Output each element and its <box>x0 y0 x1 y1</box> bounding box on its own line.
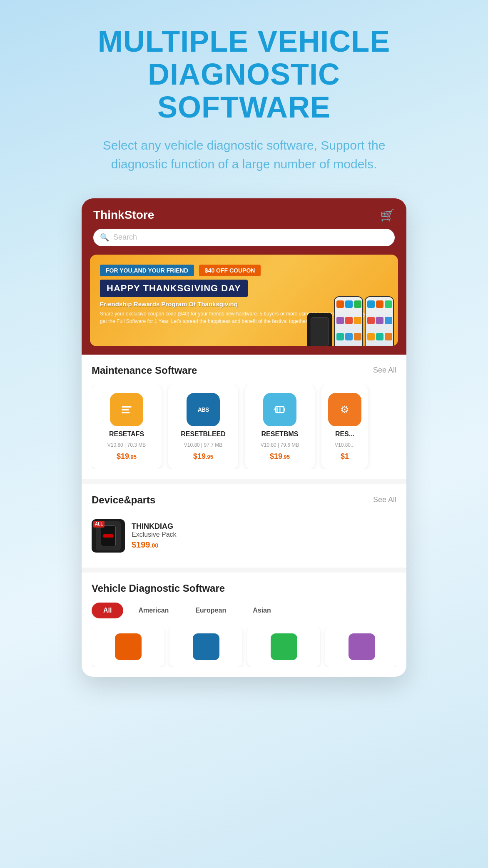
maintenance-title: Maintenance Software <box>92 365 197 376</box>
resetafs-price: $19.95 <box>117 452 137 461</box>
thinkdiag-info: THINKDIAG Exclusive Pack $199.00 <box>132 522 396 550</box>
resetbleed-icon: ABS <box>187 393 220 426</box>
banner-devices <box>307 296 394 346</box>
search-icon: 🔍 <box>100 233 109 242</box>
resetbms-name: RESETBMS <box>261 430 299 438</box>
filter-tab-american[interactable]: American <box>127 603 180 618</box>
filter-tab-all[interactable]: All <box>92 603 123 618</box>
resetafs-icon <box>110 393 143 426</box>
software-grid: RESETAFS V10.80 | 70.3 MB $19.95 ABS RES… <box>92 385 396 469</box>
device-mockup-obd <box>307 313 332 346</box>
hero-subtitle: Select any vehicle diagnostic software, … <box>102 136 386 173</box>
vehicle-diagnostic-cards <box>92 627 396 667</box>
svg-rect-6 <box>279 408 281 412</box>
thinkdiag-subname: Exclusive Pack <box>132 531 396 538</box>
resetafs-version: V10.80 | 70.3 MB <box>107 442 146 448</box>
svg-rect-1 <box>122 409 129 410</box>
devices-title: Device&parts <box>92 494 155 506</box>
resetafs-name: RESETAFS <box>109 430 144 438</box>
resetbms-version: V10.80 | 79.6 MB <box>261 442 299 448</box>
res4-name: RES... <box>335 430 354 438</box>
promotional-banner[interactable]: FOR YOU,AND YOUR FRIEND $40 OFF COUPON H… <box>90 255 398 346</box>
resetbms-price: $19.95 <box>270 452 290 461</box>
banner-badge-coupon: $40 OFF COUPON <box>199 265 261 276</box>
filter-tab-european[interactable]: European <box>184 603 238 618</box>
device-item-thinkdiag[interactable]: ALL THINKDIAG Exclusive Pack $199.00 <box>92 514 396 558</box>
resetbleed-name: RESETBLEED <box>181 430 226 438</box>
thinkdiag-price: $199.00 <box>132 540 396 550</box>
vd-card-4[interactable] <box>325 627 396 667</box>
resetbleed-price: $19.95 <box>193 452 213 461</box>
res4-price: $1 <box>341 452 349 461</box>
filter-tab-asian[interactable]: Asian <box>241 603 283 618</box>
software-card-res4[interactable]: ⚙ RES... V10.80... $1 <box>321 385 368 469</box>
software-card-resetafs[interactable]: RESETAFS V10.80 | 70.3 MB $19.95 <box>92 385 162 469</box>
store-header: ThinkStore 🛒 🔍 Search <box>82 198 406 255</box>
app-card: ThinkStore 🛒 🔍 Search FOR YOU,AND YOUR F… <box>82 198 406 677</box>
vds-title: Vehicle Diagnostic Software <box>92 583 225 594</box>
banner-container: FOR YOU,AND YOUR FRIEND $40 OFF COUPON H… <box>82 255 406 355</box>
software-card-resetbleed[interactable]: ABS RESETBLEED V10.80 | 97.7 MB $19.95 <box>168 385 238 469</box>
devices-section: Device&parts See All ALL THINKDIAG Exclu… <box>82 484 406 568</box>
search-placeholder: Search <box>113 233 137 242</box>
store-title: ThinkStore <box>93 208 154 222</box>
resetbms-icon <box>263 393 296 426</box>
vd-card-1[interactable] <box>92 627 164 667</box>
software-card-resetbms[interactable]: RESETBMS V10.80 | 79.6 MB $19.95 <box>245 385 315 469</box>
thinkdiag-image: ALL <box>92 519 125 553</box>
devices-see-all[interactable]: See All <box>373 495 396 504</box>
svg-rect-0 <box>122 406 132 408</box>
phone-mockup-2 <box>365 296 394 346</box>
res4-version: V10.80... <box>335 442 355 448</box>
svg-rect-4 <box>284 408 285 411</box>
svg-rect-2 <box>122 412 130 413</box>
resetbleed-version: V10.80 | 97.7 MB <box>184 442 223 448</box>
vd-card-2[interactable] <box>169 627 242 667</box>
cart-icon[interactable]: 🛒 <box>380 208 395 222</box>
search-bar[interactable]: 🔍 Search <box>93 229 395 246</box>
banner-badge-friend: FOR YOU,AND YOUR FRIEND <box>100 265 194 276</box>
vehicle-diagnostic-section: Vehicle Diagnostic Software All American… <box>82 573 406 677</box>
thinkdiag-label: ALL <box>93 521 105 528</box>
vd-card-3[interactable] <box>247 627 320 667</box>
phone-mockup-1 <box>334 296 363 346</box>
content-area: Maintenance Software See All RESETAFS V1… <box>82 355 406 677</box>
res4-icon: ⚙ <box>328 393 361 426</box>
hero-title: MULTIPLE VEHICLE DIAGNOSTIC SOFTWARE <box>82 25 406 124</box>
maintenance-section: Maintenance Software See All RESETAFS V1… <box>82 355 406 479</box>
filter-tabs: All American European Asian <box>92 603 396 618</box>
svg-rect-5 <box>276 408 278 412</box>
maintenance-see-all[interactable]: See All <box>373 366 396 375</box>
banner-title: HAPPY THANKSGIVING DAY <box>100 280 248 297</box>
thinkdiag-name: THINKDIAG <box>132 522 396 531</box>
